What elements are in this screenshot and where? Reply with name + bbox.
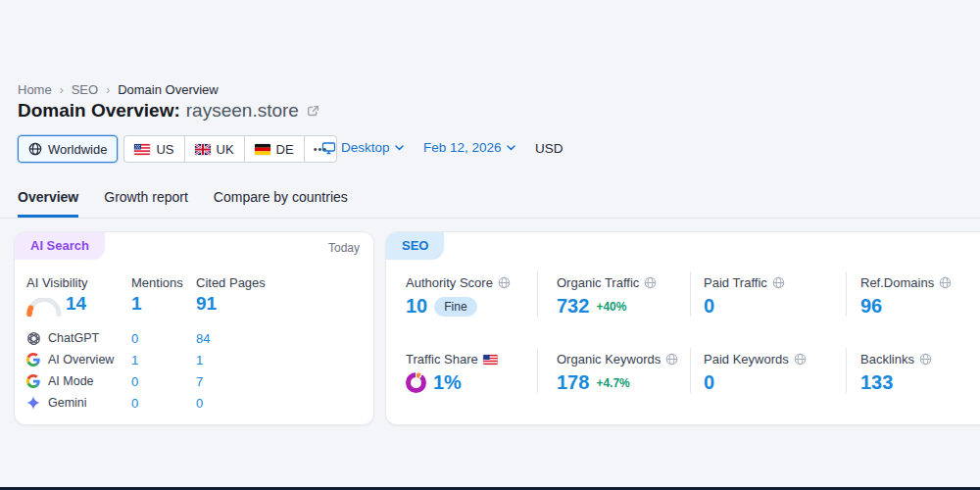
backlinks-value[interactable]: 133 [860, 371, 893, 394]
engine-cited-pages[interactable]: 7 [196, 374, 203, 389]
engine-name: ChatGPT [48, 331, 99, 345]
breadcrumb-current: Domain Overview [118, 82, 219, 97]
seo-card: SEO Authority Score 10 Fine Organic Traf… [385, 231, 980, 425]
tab-compare-by-countries[interactable]: Compare by countries [214, 189, 348, 218]
cited-pages-value: 91 [196, 293, 217, 315]
cited-pages-label: Cited Pages [196, 275, 266, 290]
region-de-label: DE [276, 142, 294, 157]
currency-selector[interactable]: USD [535, 141, 564, 156]
region-us-button[interactable]: US [123, 135, 183, 163]
traffic-share-metric: Traffic Share 1% [406, 352, 498, 394]
chatgpt-icon [26, 331, 41, 346]
authority-score-metric: Authority Score 10 Fine [406, 275, 511, 318]
engine-mentions[interactable]: 0 [131, 396, 138, 411]
ai-engine-row-ai-overview: AI Overview 1 1 [26, 351, 360, 372]
ai-engine-row-chatgpt: ChatGPT 0 84 [26, 329, 360, 351]
tab-bar: Overview Growth report Compare by countr… [0, 189, 980, 219]
divider [846, 271, 847, 317]
region-us-label: US [156, 142, 173, 157]
divider [690, 271, 691, 317]
engine-name: Gemini [48, 396, 87, 410]
breadcrumb: Home › SEO › Domain Overview [18, 82, 219, 97]
region-worldwide-label: Worldwide [48, 142, 107, 157]
date-selector[interactable]: Feb 12, 2026 [423, 140, 515, 155]
seo-badge: SEO [386, 232, 444, 260]
date-selector-label: Feb 12, 2026 [423, 140, 502, 155]
organic-keywords-label: Organic Keywords [557, 352, 661, 367]
us-flag-icon [483, 355, 498, 365]
engine-cited-pages[interactable]: 84 [196, 331, 210, 346]
backlinks-label: Backlinks [860, 352, 914, 367]
page-title-domain: rayseen.store [186, 100, 299, 122]
ai-engine-row-ai-mode: AI Mode 0 7 [26, 372, 360, 394]
database-globe-icon[interactable] [919, 353, 932, 366]
traffic-share-value: 1% [433, 371, 462, 394]
ai-engine-row-gemini: Gemini 0 0 [26, 394, 360, 416]
ai-visibility-label: AI Visibility [26, 275, 88, 290]
ai-search-badge: AI Search [15, 232, 105, 260]
divider [690, 348, 691, 393]
organic-traffic-metric: Organic Traffic 732 +40% [557, 275, 657, 318]
ref-domains-metric: Ref.Domains 96 [860, 275, 952, 318]
organic-traffic-value[interactable]: 732 [557, 295, 589, 318]
desktop-icon [321, 141, 336, 155]
paid-keywords-label: Paid Keywords [704, 352, 789, 367]
breadcrumb-seo[interactable]: SEO [72, 82, 98, 97]
region-uk-button[interactable]: UK [184, 135, 244, 163]
toolbar: Worldwide US UK DE [18, 135, 968, 163]
paid-traffic-label: Paid Traffic [704, 275, 767, 290]
paid-traffic-value[interactable]: 0 [704, 295, 714, 318]
tab-overview[interactable]: Overview [18, 189, 78, 218]
engine-mentions[interactable]: 0 [131, 374, 138, 389]
breadcrumb-separator: › [60, 83, 64, 97]
traffic-share-donut [406, 372, 426, 393]
tab-growth-report[interactable]: Growth report [104, 189, 188, 218]
breadcrumb-home[interactable]: Home [18, 82, 52, 97]
device-selector-label: Desktop [341, 140, 390, 155]
engine-mentions[interactable]: 0 [131, 331, 138, 346]
paid-traffic-metric: Paid Traffic 0 [704, 275, 785, 318]
database-globe-icon[interactable] [665, 353, 678, 366]
region-selector: Worldwide US UK DE [18, 135, 337, 163]
paid-keywords-metric: Paid Keywords 0 [704, 352, 807, 394]
gemini-icon [26, 396, 41, 411]
ai-visibility-value: 14 [66, 293, 86, 315]
google-icon [26, 374, 41, 389]
uk-flag-icon [195, 144, 211, 155]
traffic-share-label: Traffic Share [406, 352, 478, 367]
engine-name: AI Overview [48, 353, 114, 367]
divider [537, 271, 538, 317]
google-icon [26, 353, 41, 368]
de-flag-icon [255, 144, 270, 155]
database-globe-icon[interactable] [939, 276, 952, 289]
mentions-value: 1 [131, 293, 142, 315]
engine-cited-pages[interactable]: 0 [196, 396, 203, 411]
database-globe-icon[interactable] [794, 353, 807, 366]
ref-domains-value[interactable]: 96 [860, 295, 882, 318]
breadcrumb-separator: › [106, 83, 110, 97]
region-de-button[interactable]: DE [244, 135, 304, 163]
divider [537, 348, 538, 393]
database-globe-icon[interactable] [772, 276, 785, 289]
ai-search-card: AI Search Today AI Visibility Mentions C… [14, 231, 374, 425]
device-selector[interactable]: Desktop [321, 140, 404, 155]
database-globe-icon[interactable] [644, 276, 657, 289]
engine-cited-pages[interactable]: 1 [196, 353, 203, 368]
ref-domains-label: Ref.Domains [860, 275, 934, 290]
authority-score-value: 10 [406, 295, 427, 318]
engine-mentions[interactable]: 1 [131, 353, 138, 368]
organic-traffic-delta: +40% [596, 300, 626, 314]
organic-keywords-value[interactable]: 178 [557, 371, 589, 394]
database-globe-icon[interactable] [498, 276, 511, 289]
region-worldwide-button[interactable]: Worldwide [18, 135, 118, 163]
chevron-down-icon [395, 145, 404, 151]
worldwide-globe-icon [28, 142, 42, 156]
ai-period-label: Today [328, 241, 360, 255]
divider [846, 348, 847, 393]
organic-traffic-label: Organic Traffic [557, 275, 639, 290]
paid-keywords-value[interactable]: 0 [704, 371, 714, 394]
backlinks-metric: Backlinks 133 [860, 352, 932, 394]
page-title: Domain Overview: rayseen.store [18, 100, 319, 122]
organic-keywords-metric: Organic Keywords 178 +4.7% [557, 352, 678, 394]
external-link-icon[interactable] [307, 105, 319, 118]
